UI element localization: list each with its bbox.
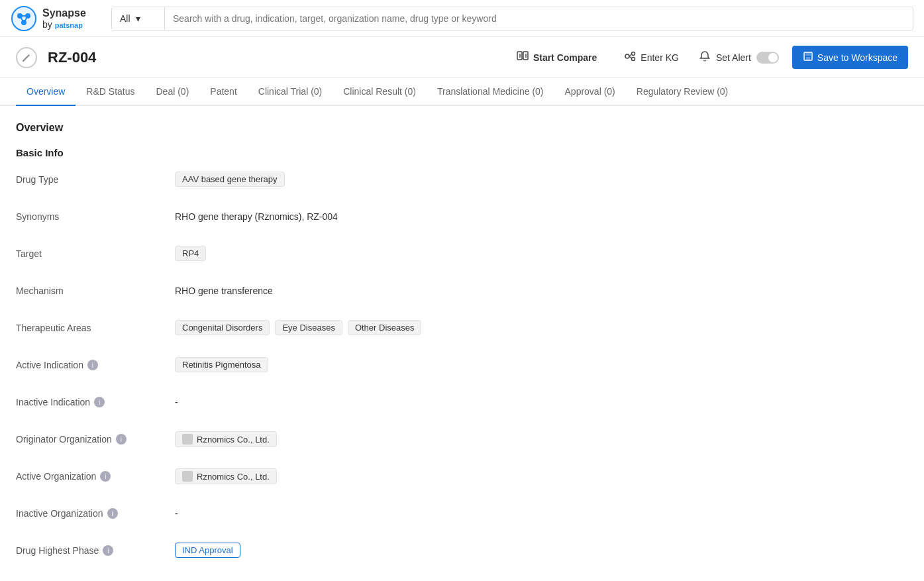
tag-retinitis-pigmentosa[interactable]: Retinitis Pigmentosa (175, 357, 268, 372)
org-logo-originator (182, 434, 193, 445)
basic-info-title: Basic Info (16, 147, 908, 158)
field-label-inactive-org: Inactive Organization i (16, 505, 175, 519)
field-label-synonyms: Synonyms (16, 209, 175, 222)
tab-patent[interactable]: Patent (199, 78, 247, 106)
search-dropdown-label: All (120, 13, 130, 24)
field-label-active-org: Active Organization i (16, 468, 175, 482)
tag-originator-rznomics[interactable]: Rznomics Co., Ltd. (175, 431, 277, 447)
drug-actions: Start Compare Enter KG Se (509, 45, 908, 70)
tab-deal[interactable]: Deal (0) (146, 78, 200, 106)
field-value-target: RP4 (175, 246, 908, 261)
field-row-synonyms: Synonyms RHO gene therapy (Rznomics), RZ… (16, 209, 908, 230)
tag-ind-approval[interactable]: IND Approval (175, 543, 240, 558)
svg-point-11 (625, 54, 629, 58)
org-logo-active (182, 471, 193, 482)
save-to-workspace-button[interactable]: Save to Workspace (792, 46, 908, 69)
overview-section-title: Overview (16, 122, 908, 134)
field-row-active-org: Active Organization i Rznomics Co., Ltd. (16, 468, 908, 490)
field-value-active-indication: Retinitis Pigmentosa (175, 357, 908, 372)
field-row-mechanism: Mechanism RHO gene transference (16, 283, 908, 304)
toggle-knob (768, 53, 778, 62)
main-content: Overview Basic Info Drug Type AAV based … (0, 106, 924, 581)
field-row-inactive-indication: Inactive Indication i - (16, 394, 908, 415)
enter-kg-label: Enter KG (641, 52, 679, 63)
chevron-down-icon: ▾ (136, 13, 140, 24)
svg-point-13 (632, 58, 635, 61)
inactive-indication-dash: - (175, 394, 178, 407)
enter-kg-icon (623, 50, 637, 65)
set-alert-label: Set Alert (716, 52, 751, 63)
svg-point-12 (632, 52, 635, 56)
tab-translational-medicine[interactable]: Translational Medicine (0) (427, 78, 554, 106)
tab-rd-status[interactable]: R&D Status (76, 78, 145, 106)
field-value-drug-type: AAV based gene therapy (175, 172, 908, 187)
save-icon (803, 51, 813, 64)
drug-name: RZ-004 (48, 49, 96, 66)
field-label-therapeutic-areas: Therapeutic Areas (16, 320, 175, 333)
logo-synapse-text: Synapse (42, 7, 86, 19)
originator-org-info-icon[interactable]: i (116, 434, 127, 445)
field-label-originator-org: Originator Organization i (16, 431, 175, 445)
field-row-active-indication: Active Indication i Retinitis Pigmentosa (16, 357, 908, 378)
active-indication-info-icon[interactable]: i (87, 360, 98, 370)
tag-aav[interactable]: AAV based gene therapy (175, 172, 285, 187)
svg-line-15 (629, 56, 632, 58)
field-label-mechanism: Mechanism (16, 283, 175, 296)
tab-clinical-trial[interactable]: Clinical Trial (0) (248, 78, 333, 106)
drug-header: RZ-004 Start Compare (0, 37, 924, 78)
active-org-info-icon[interactable]: i (100, 471, 111, 482)
top-nav-bar: Synapse by patsnap All ▾ (0, 0, 924, 37)
field-value-synonyms: RHO gene therapy (Rznomics), RZ-004 (175, 209, 908, 222)
tag-other-diseases[interactable]: Other Diseases (348, 320, 422, 335)
field-value-therapeutic-areas: Congenital Disorders Eye Diseases Other … (175, 320, 908, 335)
field-row-originator-org: Originator Organization i Rznomics Co., … (16, 431, 908, 452)
tab-bar: Overview R&D Status Deal (0) Patent Clin… (0, 78, 924, 106)
field-label-target: Target (16, 246, 175, 259)
field-row-therapeutic-areas: Therapeutic Areas Congenital Disorders E… (16, 320, 908, 341)
tab-regulatory-review[interactable]: Regulatory Review (0) (626, 78, 739, 106)
search-bar[interactable]: All ▾ (111, 7, 913, 30)
start-compare-icon (516, 49, 529, 66)
set-alert-icon (699, 50, 711, 64)
set-alert-area: Set Alert (699, 50, 779, 64)
logo-by-patsnap-text: by patsnap (42, 19, 86, 30)
field-label-drug-type: Drug Type (16, 172, 175, 185)
field-row-drug-highest-phase: Drug Highest Phase i IND Approval (16, 543, 908, 564)
field-row-target: Target RP4 (16, 246, 908, 267)
field-label-inactive-indication: Inactive Indication i (16, 394, 175, 407)
tag-active-rznomics[interactable]: Rznomics Co., Ltd. (175, 468, 277, 484)
field-value-active-org: Rznomics Co., Ltd. (175, 468, 908, 484)
inactive-org-dash: - (175, 505, 178, 519)
inactive-org-info-icon[interactable]: i (107, 508, 118, 519)
tag-rp4[interactable]: RP4 (175, 246, 206, 261)
search-type-dropdown[interactable]: All ▾ (112, 7, 165, 30)
tag-eye-diseases[interactable]: Eye Diseases (275, 320, 342, 335)
logo: Synapse by patsnap (11, 5, 103, 32)
mechanism-text: RHO gene transference (175, 283, 273, 296)
svg-line-14 (629, 54, 632, 56)
field-value-inactive-org: - (175, 505, 908, 519)
drug-highest-phase-info-icon[interactable]: i (103, 545, 113, 556)
tag-congenital-disorders[interactable]: Congenital Disorders (175, 320, 270, 335)
enter-kg-button[interactable]: Enter KG (617, 46, 686, 69)
start-compare-button[interactable]: Start Compare (509, 45, 603, 70)
field-label-drug-highest-phase: Drug Highest Phase i (16, 543, 175, 556)
start-compare-label: Start Compare (533, 52, 597, 63)
set-alert-toggle[interactable] (756, 52, 779, 64)
save-to-workspace-label: Save to Workspace (817, 52, 898, 63)
tab-clinical-result[interactable]: Clinical Result (0) (333, 78, 427, 106)
synapse-logo-icon (11, 5, 37, 32)
field-value-inactive-indication: - (175, 394, 908, 407)
tab-approval[interactable]: Approval (0) (554, 78, 626, 106)
synonyms-text: RHO gene therapy (Rznomics), RZ-004 (175, 209, 338, 222)
field-row-inactive-org: Inactive Organization i - (16, 505, 908, 527)
drug-edit-icon[interactable] (16, 47, 37, 68)
search-input[interactable] (165, 7, 913, 30)
tab-overview[interactable]: Overview (16, 78, 76, 106)
svg-point-0 (12, 7, 36, 30)
field-value-originator-org: Rznomics Co., Ltd. (175, 431, 908, 447)
field-value-drug-highest-phase: IND Approval (175, 543, 908, 558)
field-value-mechanism: RHO gene transference (175, 283, 908, 296)
inactive-indication-info-icon[interactable]: i (94, 397, 105, 407)
field-row-drug-type: Drug Type AAV based gene therapy (16, 172, 908, 193)
